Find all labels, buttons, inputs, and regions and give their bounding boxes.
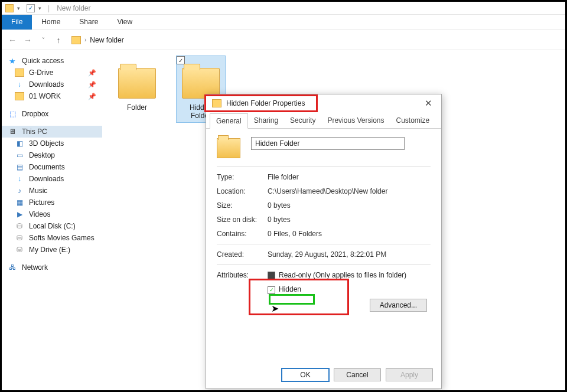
type-value: File folder xyxy=(268,173,299,181)
tab-home[interactable]: Home xyxy=(32,15,70,30)
created-label: Created: xyxy=(217,250,268,259)
folder-icon xyxy=(71,36,81,44)
star-icon xyxy=(8,57,17,65)
close-button[interactable]: ✕ xyxy=(421,98,435,109)
sidebar-label: Documents xyxy=(29,163,65,171)
type-label: Type: xyxy=(217,173,268,181)
tab-share[interactable]: Share xyxy=(70,15,107,30)
size-on-disk-value: 0 bytes xyxy=(268,215,291,224)
tab-security[interactable]: Security xyxy=(284,113,321,128)
sidebar-item-mydrive[interactable]: My Drive (E:) xyxy=(2,244,102,256)
documents-icon xyxy=(15,163,24,171)
qat-dropdown-icon[interactable]: ▾ xyxy=(17,5,23,11)
sidebar-quick-access[interactable]: Quick access xyxy=(2,55,102,67)
location-value: C:\Users\Hameed\Desktop\New folder xyxy=(268,187,387,195)
size-value: 0 bytes xyxy=(268,201,291,210)
dialog-tabs: General Sharing Security Previous Versio… xyxy=(206,113,441,129)
selection-checkbox[interactable]: ✓ xyxy=(177,56,185,64)
sidebar-item-localdisk[interactable]: Local Disk (C:) xyxy=(2,220,102,232)
contains-label: Contains: xyxy=(217,230,268,238)
sidebar-label: 3D Objects xyxy=(29,139,64,148)
dropbox-icon xyxy=(8,110,17,118)
sidebar-label: Downloads xyxy=(29,80,64,89)
location-label: Location: xyxy=(217,187,268,195)
created-value: Sunday, 29 August, 2021, 8:22:01 PM xyxy=(268,250,386,259)
tab-file[interactable]: File xyxy=(2,15,32,30)
cube-icon xyxy=(15,139,24,148)
download-icon xyxy=(15,175,24,183)
folder-icon xyxy=(15,92,24,100)
sidebar-item-pictures[interactable]: Pictures xyxy=(2,197,102,208)
pictures-icon xyxy=(15,198,24,207)
folder-icon xyxy=(118,68,156,99)
qat-checkbox-icon[interactable]: ✓ xyxy=(27,4,35,12)
history-dropdown-icon[interactable]: ˅ xyxy=(37,34,49,46)
disk-icon xyxy=(15,234,24,242)
pc-icon xyxy=(8,128,17,136)
sidebar-item-gdrive[interactable]: G-Drive📌 xyxy=(2,67,102,79)
download-icon xyxy=(15,80,24,89)
folder-name-input[interactable] xyxy=(251,137,405,150)
window-title: New folder xyxy=(57,4,90,12)
back-button[interactable]: ← xyxy=(6,34,18,46)
file-item-folder[interactable]: Folder xyxy=(113,56,161,114)
annotation-highlight xyxy=(269,294,315,305)
properties-dialog: Hidden Folder Properties ✕ General Shari… xyxy=(206,94,442,389)
ok-button[interactable]: OK xyxy=(282,368,329,381)
cancel-button[interactable]: Cancel xyxy=(334,368,381,381)
sidebar-item-01work[interactable]: 01 WORK📌 xyxy=(2,90,102,102)
tab-customize[interactable]: Customize xyxy=(390,113,435,128)
sidebar-dropbox[interactable]: Dropbox xyxy=(2,108,102,120)
sidebar-label: G-Drive xyxy=(29,68,53,77)
dialog-body: Type:File folder Location:C:\Users\Hamee… xyxy=(206,129,441,302)
attributes-label: Attributes: xyxy=(217,271,256,279)
videos-icon xyxy=(15,210,24,218)
sidebar-item-videos[interactable]: Videos xyxy=(2,208,102,220)
dialog-buttons: OK Cancel Apply xyxy=(282,368,433,381)
tab-view[interactable]: View xyxy=(107,15,142,30)
forward-button[interactable]: → xyxy=(22,34,34,46)
readonly-label: Read-only (Only applies to files in fold… xyxy=(279,271,406,279)
contains-value: 0 Files, 0 Folders xyxy=(268,230,322,238)
qat-dropdown-icon[interactable]: ▾ xyxy=(38,5,44,11)
folder-icon xyxy=(15,68,24,77)
sidebar-item-documents[interactable]: Documents xyxy=(2,161,102,173)
up-button[interactable]: ↑ xyxy=(53,34,64,46)
sidebar-label: Softs Movies Games xyxy=(29,234,94,242)
sidebar-label: Quick access xyxy=(22,57,64,65)
sidebar-item-softs[interactable]: Softs Movies Games xyxy=(2,232,102,244)
pin-icon: 📌 xyxy=(88,69,96,77)
sidebar-label: Downloads xyxy=(29,175,64,183)
sidebar-this-pc[interactable]: This PC xyxy=(2,126,102,138)
sidebar-label: Pictures xyxy=(29,198,54,207)
desktop-icon xyxy=(15,151,24,159)
ribbon-tabs: File Home Share View xyxy=(2,15,565,30)
breadcrumb-current[interactable]: New folder xyxy=(90,36,123,44)
pin-icon: 📌 xyxy=(88,81,96,89)
network-icon xyxy=(8,263,17,272)
tab-sharing[interactable]: Sharing xyxy=(248,113,284,128)
sidebar-item-3dobjects[interactable]: 3D Objects xyxy=(2,138,102,149)
apply-button[interactable]: Apply xyxy=(386,368,433,381)
sidebar-item-downloads2[interactable]: Downloads xyxy=(2,173,102,185)
sidebar-label: Network xyxy=(22,263,48,272)
annotation-highlight xyxy=(204,94,318,112)
folder-icon xyxy=(217,138,240,158)
sidebar-item-desktop[interactable]: Desktop xyxy=(2,149,102,161)
navigation-pane: Quick access G-Drive📌 Downloads📌 01 WORK… xyxy=(2,50,102,390)
sidebar-network[interactable]: Network xyxy=(2,262,102,273)
sidebar-item-music[interactable]: Music xyxy=(2,185,102,197)
size-on-disk-label: Size on disk: xyxy=(217,215,268,224)
sidebar-item-downloads[interactable]: Downloads📌 xyxy=(2,79,102,90)
address-bar[interactable]: › New folder xyxy=(71,36,124,44)
music-icon xyxy=(15,187,24,195)
window-titlebar: ▾ ✓ ▾ | New folder xyxy=(2,2,565,15)
sidebar-label: Videos xyxy=(29,210,50,218)
advanced-button[interactable]: Advanced... xyxy=(370,299,427,312)
sidebar-label: Desktop xyxy=(29,151,55,159)
sidebar-label: Music xyxy=(29,187,47,195)
navigation-bar: ← → ˅ ↑ › New folder xyxy=(2,30,565,50)
tab-general[interactable]: General xyxy=(210,113,248,129)
sidebar-label: My Drive (E:) xyxy=(29,246,70,254)
tab-previous-versions[interactable]: Previous Versions xyxy=(321,113,390,128)
